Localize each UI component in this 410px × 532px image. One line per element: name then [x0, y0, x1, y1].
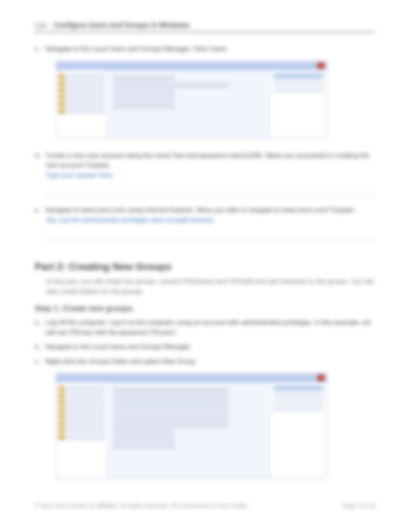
page-content: Lab – Configure Users and Groups in Wind…	[35, 21, 375, 490]
step1-heading: Step 1: Create new groups.	[35, 304, 375, 313]
header-title: Configure Users and Groups in Windows	[54, 21, 190, 29]
nav-tree[interactable]	[56, 382, 108, 478]
footer-copyright: © 2015 Cisco and/or its affiliates. All …	[35, 502, 249, 509]
actions-pane	[270, 382, 327, 478]
nav-tree[interactable]	[56, 70, 108, 139]
screenshot-groups-manager	[56, 373, 327, 478]
step-c: c. Navigate to the Local Users and Group…	[35, 44, 375, 54]
answer-link[interactable]: Yes, but the administrator privileges we…	[46, 216, 215, 224]
step-bullet: b.	[35, 342, 46, 352]
step-text: Right-click the Groups folder and select…	[46, 357, 375, 367]
window-title-bar	[56, 61, 327, 70]
step-bullet: a.	[35, 318, 46, 328]
step-d: d. Create a new user account using the n…	[35, 151, 375, 201]
close-icon[interactable]	[317, 63, 324, 69]
actions-pane	[270, 70, 327, 139]
step-text: Navigate to www.cisco.com using Internet…	[46, 205, 375, 245]
part2-heading: Part 2: Creating New Groups	[35, 261, 375, 273]
window-title-bar	[56, 374, 327, 382]
step-text: Create a new user account using the name…	[46, 151, 375, 201]
window-body	[56, 70, 327, 139]
screenshot-users-manager	[56, 61, 327, 139]
running-header: Lab – Configure Users and Groups in Wind…	[35, 21, 375, 32]
step-bullet: e.	[35, 205, 46, 215]
p2-step-b: b. Navigate to the Local Users and Group…	[35, 342, 375, 352]
content-pane	[108, 382, 270, 478]
header-prefix: Lab –	[35, 21, 54, 29]
footer-page-number: Page 4 of 10	[342, 502, 375, 509]
step-bullet: d.	[35, 151, 46, 161]
content-pane	[108, 70, 270, 139]
close-icon[interactable]	[317, 375, 324, 381]
part2-body: In this part, you will create two groups…	[46, 277, 375, 296]
step-text: Navigate to the Local Users and Groups M…	[46, 342, 375, 352]
step-e: e. Navigate to www.cisco.com using Inter…	[35, 205, 375, 245]
window-body	[56, 382, 327, 478]
step-bullet: c.	[35, 357, 46, 367]
step-bullet: c.	[35, 44, 46, 54]
p2-step-a: a. Log off the computer. Log in to the c…	[35, 318, 375, 337]
answer-line	[46, 230, 375, 240]
step-text: Log off the computer. Log in to the comp…	[46, 318, 375, 337]
answer-link[interactable]: Type your answer here.	[46, 172, 114, 179]
answer-line	[46, 185, 375, 195]
p2-step-c: c. Right-click the Groups folder and sel…	[35, 357, 375, 367]
page-footer: © 2015 Cisco and/or its affiliates. All …	[35, 502, 375, 509]
step-text: Navigate to the Local Users and Groups M…	[46, 44, 375, 54]
